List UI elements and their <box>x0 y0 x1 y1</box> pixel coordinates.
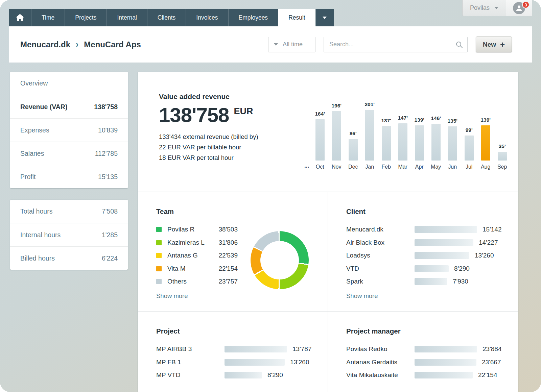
user-menu[interactable]: Povilas <box>463 0 506 16</box>
nav-tab-projects[interactable]: Projects <box>65 9 107 26</box>
nav-tab-invoices[interactable]: Invoices <box>186 9 228 26</box>
var-section: Value added revenue 138'758 EUR 133'434 … <box>138 72 518 192</box>
bar-column-sep[interactable]: 35'Sep <box>497 143 507 170</box>
team-legend-row-vita-m[interactable]: Vita M22'154 <box>156 262 238 275</box>
client-row-spark[interactable]: Spark7'930 <box>346 275 499 288</box>
breadcrumb-parent[interactable]: Menucard.dk <box>20 40 70 49</box>
nav-tab-internal[interactable]: Internal <box>107 9 147 26</box>
bar-column-jul[interactable]: 99'Jul <box>464 127 474 170</box>
finance-card: OverviewRevenue (VAR)138'758Expenses10'8… <box>10 72 128 188</box>
nav-tab-time[interactable]: Time <box>31 9 65 26</box>
client-bar <box>415 226 477 233</box>
search-icon[interactable] <box>455 41 463 48</box>
bar-column-mar[interactable]: 147'Mar <box>398 115 407 170</box>
sidebar-item-billed-hours[interactable]: Billed hours6'224 <box>10 246 128 270</box>
legend-label: Antanas G <box>167 252 219 259</box>
bar <box>349 139 358 161</box>
project-manager-row-povilas-redko[interactable]: Povilas Redko23'884 <box>346 343 499 356</box>
team-legend-row-antanas-g[interactable]: Antanas G22'539 <box>156 249 238 262</box>
legend-swatch <box>156 266 162 271</box>
notification-badge[interactable]: 3 <box>522 1 530 8</box>
legend-label: Others <box>167 278 219 285</box>
bar-value-label: 146' <box>431 115 441 121</box>
sidebar-item-total-hours[interactable]: Total hours7'508 <box>10 200 128 223</box>
var-chart-area: ... 164'Oct196'Nov86'Dec201'Jan137'Feb14… <box>304 93 507 192</box>
project-row-mp-vtd[interactable]: MP VTD8'290 <box>156 369 309 382</box>
bar-column-apr[interactable]: 139'Apr <box>415 117 424 170</box>
client-row-loadsys[interactable]: Loadsys13'260 <box>346 249 499 262</box>
project-manager-row-vita-mikalauskait[interactable]: Vita Mikalauskaitė22'154 <box>346 369 499 382</box>
sidebar-item-profit[interactable]: Profit15'135 <box>10 165 128 188</box>
project-manager-label: Vita Mikalauskaitė <box>346 371 415 379</box>
breadcrumb-current[interactable]: MenuCard Aps <box>84 40 141 49</box>
team-legend-row-others[interactable]: Others23'757 <box>156 275 238 288</box>
bar-value-label: 35' <box>499 143 506 149</box>
bar <box>431 124 441 161</box>
sidebar-item-value: 7'508 <box>102 207 118 215</box>
project-row-mp-fb-1[interactable]: MP FB 113'260 <box>156 356 309 369</box>
team-show-more[interactable]: Show more <box>156 292 188 300</box>
client-value: 15'142 <box>483 226 501 233</box>
project-manager-row-antanas-gerdaitis[interactable]: Antanas Gerdaitis23'667 <box>346 356 499 369</box>
bar-column-nov[interactable]: 196'Nov <box>332 103 341 170</box>
client-row-vtd[interactable]: VTD8'290 <box>346 262 499 275</box>
bar-month-label: Jul <box>466 164 472 170</box>
nav-tab-result[interactable]: Result <box>278 9 315 26</box>
nav-more-tab[interactable] <box>315 9 334 26</box>
bar-column-aug[interactable]: 139'Aug <box>481 117 490 170</box>
header-controls: All time New + <box>268 36 512 52</box>
legend-label: Vita M <box>167 265 219 272</box>
bar-column-oct[interactable]: 164'Oct <box>315 111 325 170</box>
legend-value: 22'154 <box>219 265 238 272</box>
time-filter-dropdown[interactable]: All time <box>268 37 315 52</box>
new-button[interactable]: New + <box>476 36 512 52</box>
sidebar-item-expenses[interactable]: Expenses10'839 <box>10 118 128 142</box>
client-value: 14'227 <box>479 239 498 246</box>
client-show-more[interactable]: Show more <box>346 292 378 300</box>
sidebar-item-label: Salaries <box>20 150 44 157</box>
team-legend-row-povilas-r[interactable]: Povilas R38'503 <box>156 223 238 236</box>
legend-value: 31'806 <box>219 239 238 246</box>
bottom-row: Project MP AIRBB 313'787MP FB 113'260MP … <box>138 312 518 392</box>
chart-ellipsis[interactable]: ... <box>304 162 309 170</box>
sidebar-item-overview[interactable]: Overview <box>10 72 128 95</box>
client-row-menucard-dk[interactable]: Menucard.dk15'142 <box>346 223 499 236</box>
bar-value-label: 201' <box>364 101 375 107</box>
bar-month-label: Jan <box>365 164 374 170</box>
sidebar-item-revenue-var[interactable]: Revenue (VAR)138'758 <box>10 95 128 118</box>
hours-card: Total hours7'508Internal hours1'285Bille… <box>10 200 128 270</box>
bar-column-feb[interactable]: 137'Feb <box>381 118 391 170</box>
avatar[interactable]: 3 <box>506 0 532 16</box>
project-row-mp-airbb-3[interactable]: MP AIRBB 313'787 <box>156 343 309 356</box>
sidebar-item-internal-hours[interactable]: Internal hours1'285 <box>10 223 128 246</box>
team-legend: Povilas R38'503Kazimieras L31'806Antanas… <box>156 223 238 288</box>
bar-value-label: 164' <box>315 111 325 117</box>
client-rows: Menucard.dk15'142Air Black Box14'227Load… <box>346 223 499 288</box>
project-value: 13'787 <box>292 345 311 353</box>
bar <box>382 126 391 161</box>
bar-column-jun[interactable]: 135'Jun <box>448 118 457 170</box>
nav-tab-clients[interactable]: Clients <box>147 9 186 26</box>
new-button-label: New <box>483 41 496 48</box>
team-legend-row-kazimieras-l[interactable]: Kazimieras L31'806 <box>156 236 238 249</box>
client-bar <box>415 239 473 246</box>
client-label: Menucard.dk <box>346 226 415 233</box>
time-filter-label: All time <box>283 41 303 48</box>
nav-tab-employees[interactable]: Employees <box>228 9 278 26</box>
home-button[interactable] <box>9 9 31 26</box>
bar <box>398 123 407 161</box>
sidebar-item-label: Billed hours <box>20 254 55 262</box>
search-input[interactable] <box>324 37 468 52</box>
sidebar-item-salaries[interactable]: Salaries112'785 <box>10 142 128 165</box>
bar-column-jan[interactable]: 201'Jan <box>365 101 374 170</box>
client-label: Spark <box>346 278 415 285</box>
bar <box>498 152 507 161</box>
project-label: MP VTD <box>156 371 225 379</box>
bar-column-may[interactable]: 146'May <box>431 115 441 170</box>
project-bar <box>225 359 285 366</box>
legend-swatch <box>156 253 162 258</box>
project-value: 8'290 <box>267 371 283 379</box>
client-row-air-black-box[interactable]: Air Black Box14'227 <box>346 236 499 249</box>
bar-column-dec[interactable]: 86'Dec <box>348 130 358 170</box>
var-summary: Value added revenue 138'758 EUR 133'434 … <box>159 93 304 192</box>
